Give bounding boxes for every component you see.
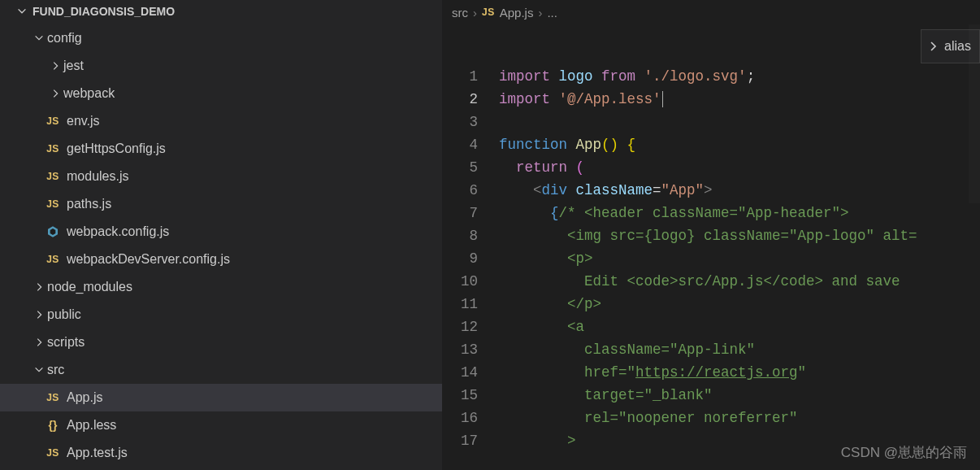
code-line-12[interactable]: <a: [499, 316, 584, 338]
explorer-section-header[interactable]: FUND_DIAGONSIS_DEMO: [0, 0, 442, 23]
file-label: App.js: [67, 390, 442, 405]
file-app-js[interactable]: JS App.js: [0, 384, 442, 411]
line-number: 7: [442, 202, 499, 224]
js-file-icon: JS: [44, 171, 62, 182]
breadcrumb-separator-icon: ›: [473, 6, 477, 20]
folder-label: public: [47, 307, 442, 322]
breadcrumb-segment-src[interactable]: src: [452, 6, 468, 20]
chevron-down-icon: [33, 33, 46, 44]
js-file-icon: JS: [44, 198, 62, 210]
chevron-right-icon: [49, 88, 62, 99]
webpack-icon: [44, 225, 62, 238]
code-line-9[interactable]: <p>: [499, 247, 593, 270]
file-label: getHttpsConfig.js: [67, 141, 442, 156]
chevron-right-icon: [33, 281, 46, 293]
js-file-icon: JS: [44, 447, 62, 459]
folder-label: jest: [63, 59, 442, 73]
file-paths-js[interactable]: JS paths.js: [0, 190, 442, 218]
code-line-5[interactable]: return (: [499, 156, 584, 179]
editor-pane: src › JS App.js › ... alias 1 import log…: [442, 0, 980, 470]
js-file-icon: JS: [44, 115, 62, 127]
code-line-10[interactable]: Edit <code>src/App.js</code> and save: [499, 270, 908, 293]
line-number: 17: [442, 429, 499, 452]
chevron-right-icon: [33, 337, 46, 348]
line-number: 13: [442, 338, 499, 361]
chevron-right-icon: [33, 309, 46, 320]
folder-jest[interactable]: jest: [0, 52, 442, 80]
file-label: modules.js: [67, 169, 442, 184]
js-file-icon: JS: [44, 143, 62, 154]
folder-label: webpack: [63, 86, 442, 101]
watermark: CSDN @崽崽的谷雨: [841, 443, 967, 462]
file-webpackdevserver-config-js[interactable]: JS webpackDevServer.config.js: [0, 246, 442, 273]
code-line-7[interactable]: {/* <header className="App-header">: [499, 202, 849, 224]
folder-label: scripts: [47, 335, 442, 350]
folder-node-modules[interactable]: node_modules: [0, 273, 442, 301]
file-label: env.js: [67, 114, 442, 128]
line-number: 2: [442, 88, 499, 111]
file-label: paths.js: [67, 197, 442, 211]
less-file-icon: {}: [44, 419, 62, 432]
file-env-js[interactable]: JS env.js: [0, 107, 442, 135]
file-label: webpackDevServer.config.js: [67, 252, 442, 267]
file-modules-js[interactable]: JS modules.js: [0, 163, 442, 190]
line-number: 16: [442, 407, 499, 429]
code-line-4[interactable]: function App() {: [499, 133, 635, 156]
file-label: webpack.config.js: [67, 224, 442, 239]
explorer-sidebar: FUND_DIAGONSIS_DEMO config jest webpack: [0, 0, 442, 470]
folder-public[interactable]: public: [0, 301, 442, 329]
line-number: 10: [442, 270, 499, 293]
line-number: 11: [442, 293, 499, 316]
folder-src[interactable]: src: [0, 356, 442, 384]
code-line-2[interactable]: import '@/App.less': [499, 88, 663, 111]
breadcrumb-ellipsis[interactable]: ...: [547, 6, 557, 20]
file-app-less[interactable]: {} App.less: [0, 411, 442, 439]
line-number: 4: [442, 133, 499, 156]
code-line-14[interactable]: href="https://reactjs.org": [499, 361, 806, 384]
line-number: 15: [442, 384, 499, 407]
line-number: 8: [442, 224, 499, 247]
file-tree: config jest webpack JS env.js JS getHttp…: [0, 23, 442, 470]
code-line-6[interactable]: <div className="App">: [499, 179, 713, 202]
file-label: App.less: [67, 418, 442, 433]
explorer-root-label: FUND_DIAGONSIS_DEMO: [33, 5, 175, 18]
file-app-test-js[interactable]: JS App.test.js: [0, 439, 442, 467]
code-line-8[interactable]: <img src={logo} className="App-logo" alt…: [499, 224, 917, 247]
code-line-15[interactable]: target="_blank": [499, 384, 713, 407]
breadcrumb[interactable]: src › JS App.js › ...: [442, 0, 980, 24]
file-index-css[interactable]: # index.css: [0, 467, 442, 470]
file-gethttpsconfig-js[interactable]: JS getHttpsConfig.js: [0, 135, 442, 163]
chevron-down-icon: [33, 364, 46, 376]
line-number: 14: [442, 361, 499, 384]
folder-scripts[interactable]: scripts: [0, 329, 442, 356]
code-line-13[interactable]: className="App-link": [499, 338, 755, 361]
line-number: 3: [442, 111, 499, 133]
js-file-icon: JS: [44, 254, 62, 265]
code-line-17[interactable]: >: [499, 429, 576, 452]
line-number: 5: [442, 156, 499, 179]
file-webpack-config-js[interactable]: webpack.config.js: [0, 218, 442, 246]
file-label: App.test.js: [67, 446, 442, 460]
folder-webpack[interactable]: webpack: [0, 80, 442, 107]
folder-config[interactable]: config: [0, 24, 442, 52]
js-file-icon: JS: [482, 7, 495, 18]
js-file-icon: JS: [44, 392, 62, 403]
code-line-16[interactable]: rel="noopener noreferrer": [499, 407, 798, 429]
chevron-right-icon: [49, 60, 62, 72]
code-line-1[interactable]: import logo from './logo.svg';: [499, 65, 755, 88]
chevron-down-icon: [16, 6, 28, 17]
line-number: 9: [442, 247, 499, 270]
folder-label: node_modules: [47, 280, 442, 294]
line-number: 1: [442, 65, 499, 88]
code-editor[interactable]: 1 import logo from './logo.svg'; 2 impor…: [442, 24, 980, 452]
folder-label: config: [47, 31, 442, 46]
line-number: 12: [442, 316, 499, 338]
breadcrumb-segment-file[interactable]: App.js: [500, 6, 534, 20]
line-number: 6: [442, 179, 499, 202]
folder-label: src: [47, 363, 442, 377]
breadcrumb-separator-icon: ›: [538, 6, 542, 20]
code-line-11[interactable]: </p>: [499, 293, 601, 316]
